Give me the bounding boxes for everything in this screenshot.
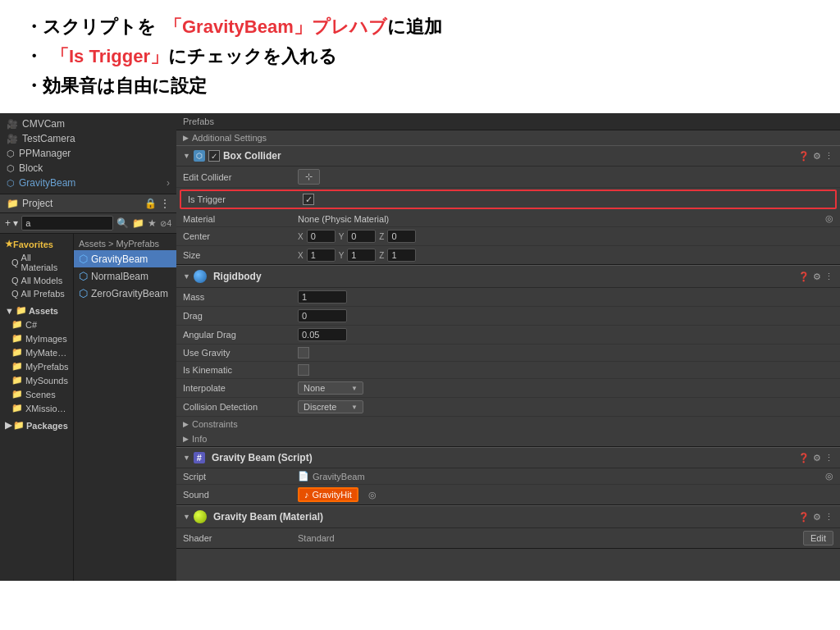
is-trigger-checkbox[interactable]: ✓ (303, 194, 314, 205)
more-icon-script[interactable]: ⋮ (824, 453, 833, 463)
prefab-icon-gravity: ⬡ (79, 253, 88, 265)
script-reset-icon[interactable]: ◎ (825, 471, 833, 482)
material-reset-icon[interactable]: ◎ (825, 213, 833, 224)
hierarchy-item-cmvcam[interactable]: 🎥 CMVCam (0, 116, 176, 131)
search-input[interactable] (21, 216, 113, 231)
interpolate-dropdown[interactable]: None (298, 381, 363, 395)
center-x-input[interactable] (307, 230, 336, 243)
sound-reset-icon[interactable]: ◎ (368, 490, 377, 500)
fav-all-prefabs[interactable]: Q All Prefabs (0, 287, 73, 300)
gravity-beam-material-header[interactable]: ▼ Gravity Beam (Material) ❓ ⚙ ⋮ (176, 505, 840, 528)
prefab-icon-zero: ⬡ (79, 287, 88, 299)
folder-icon-2: 📁 (132, 217, 144, 229)
folder-icon-mymaterials: 📁 (11, 347, 23, 358)
hierarchy-item-gravitybeam[interactable]: ⬡ GravityBeam › (0, 176, 176, 190)
box-collider-enabled-checkbox[interactable]: ✓ (208, 150, 220, 162)
use-gravity-checkbox[interactable] (298, 347, 309, 358)
settings-icon-collider[interactable]: ⚙ (813, 151, 821, 162)
more-icon-material[interactable]: ⋮ (824, 512, 833, 523)
edit-collider-button[interactable]: ⊹ (298, 169, 320, 185)
bullet-3: ・効果音は自由に設定 (25, 74, 815, 98)
edit-collider-row: Edit Collider ⊹ (176, 167, 840, 188)
favorites-title: ★ Favorites (0, 237, 73, 251)
lock-icon[interactable]: 🔒 (144, 198, 157, 209)
file-zerogravitybeam[interactable]: ⬡ ZeroGravityBeam (74, 285, 176, 302)
asset-csharp[interactable]: 📁 C# (0, 317, 73, 331)
triangle-additional: ▶ (183, 134, 189, 142)
material-label: Material (183, 214, 298, 224)
more-icon-rigidbody[interactable]: ⋮ (824, 272, 833, 282)
size-y-input[interactable] (347, 249, 376, 262)
favorites-column: ★ Favorites Q All Materials Q All Models… (0, 234, 74, 581)
sound-value-highlight[interactable]: ♪ GravityHit (298, 487, 358, 502)
is-kinematic-checkbox[interactable] (298, 364, 309, 376)
mass-input[interactable] (298, 290, 347, 304)
triangle-packages: ▶ (5, 420, 11, 431)
expand-arrow: › (167, 177, 170, 189)
constraints-row[interactable]: ▶ Constraints (176, 417, 840, 431)
asset-myprefabs[interactable]: 📁 MyPrefabs (0, 359, 73, 373)
is-kinematic-label: Is Kinematic (183, 365, 298, 375)
hierarchy-item-testcamera[interactable]: 🎥 TestCamera (0, 131, 176, 146)
cube-icon-pp: ⬡ (7, 148, 15, 159)
collision-detection-dropdown[interactable]: Discrete (298, 400, 363, 413)
help-icon-collider[interactable]: ❓ (798, 151, 810, 162)
triangle-assets: ▼ (5, 306, 14, 316)
settings-icon-rigidbody[interactable]: ⚙ (813, 272, 821, 282)
star-icon[interactable]: ★ (148, 217, 157, 229)
asset-mymaterials[interactable]: 📁 MyMaterials (0, 345, 73, 359)
assets-title[interactable]: ▼ 📁 Assets (0, 304, 73, 317)
sound-label: Sound (183, 490, 298, 500)
asset-myimages[interactable]: 📁 MyImages (0, 331, 73, 345)
rigidbody-header[interactable]: ▼ Rigidbody ❓ ⚙ ⋮ (176, 265, 840, 288)
rigidbody-icon (194, 270, 207, 283)
box-collider-header[interactable]: ▼ ⬡ ✓ Box Collider ❓ ⚙ ⋮ (176, 145, 840, 167)
top-text-area: ・スクリプトを 「GravityBeam」プレハブ に追加 ・ 「Is Trig… (0, 0, 840, 113)
info-row[interactable]: ▶ Info (176, 431, 840, 446)
more-icon[interactable]: ⋮ (160, 198, 170, 209)
mass-label: Mass (183, 292, 298, 302)
asset-mysounds[interactable]: 📁 MySounds (0, 373, 73, 387)
additional-settings-label: Additional Settings (192, 133, 267, 143)
file-gravitybeam[interactable]: ⬡ GravityBeam (74, 250, 176, 267)
packages-item[interactable]: ▶ 📁 Packages (0, 418, 73, 432)
additional-settings-row[interactable]: ▶ Additional Settings (176, 130, 840, 145)
center-z-input[interactable] (387, 230, 416, 243)
help-icon-script[interactable]: ❓ (798, 453, 810, 463)
fav-all-materials[interactable]: Q All Materials (0, 251, 73, 274)
is-trigger-row: Is Trigger ✓ (180, 189, 837, 209)
interpolate-label: Interpolate (183, 383, 298, 393)
size-z-input[interactable] (387, 249, 416, 262)
material-sphere-icon (194, 510, 207, 523)
file-normalbeam[interactable]: ⬡ NormalBeam (74, 267, 176, 285)
highlight-is-trigger: 「Is Trigger」 (51, 44, 168, 69)
script-value: GravityBeam (313, 472, 365, 482)
interpolate-value: None (304, 383, 325, 393)
search-icon[interactable]: 🔍 (116, 217, 129, 229)
interpolate-row: Interpolate None (176, 379, 840, 398)
use-gravity-label: Use Gravity (183, 348, 298, 358)
left-panel: 🎥 CMVCam 🎥 TestCamera ⬡ PPManager ⬡ Bloc… (0, 113, 176, 581)
asset-xmission[interactable]: 📁 XMission_As (0, 401, 73, 415)
hierarchy-item-ppmanager[interactable]: ⬡ PPManager (0, 146, 176, 161)
add-icon[interactable]: + ▾ (5, 217, 18, 229)
size-x-input[interactable] (307, 249, 336, 262)
project-content: ★ Favorites Q All Materials Q All Models… (0, 234, 176, 581)
folder-icon-scenes: 📁 (11, 389, 23, 399)
help-icon-rigidbody[interactable]: ❓ (798, 272, 810, 282)
gravity-beam-script-header[interactable]: ▼ # Gravity Beam (Script) ❓ ⚙ ⋮ (176, 447, 840, 468)
constraints-label: Constraints (192, 419, 238, 429)
hierarchy-item-block[interactable]: ⬡ Block (0, 161, 176, 176)
center-y-input[interactable] (347, 230, 376, 243)
drag-input[interactable] (298, 309, 347, 322)
more-icon-collider[interactable]: ⋮ (824, 151, 833, 162)
angular-drag-input[interactable] (298, 328, 347, 341)
help-icon-material[interactable]: ❓ (798, 512, 810, 523)
material-row: Material None (Physic Material) ◎ (176, 211, 840, 227)
shader-edit-button[interactable]: Edit (803, 531, 833, 546)
info-label: Info (192, 434, 207, 444)
settings-icon-script[interactable]: ⚙ (813, 453, 821, 463)
settings-icon-material[interactable]: ⚙ (813, 512, 821, 523)
fav-all-models[interactable]: Q All Models (0, 274, 73, 287)
asset-scenes[interactable]: 📁 Scenes (0, 387, 73, 401)
